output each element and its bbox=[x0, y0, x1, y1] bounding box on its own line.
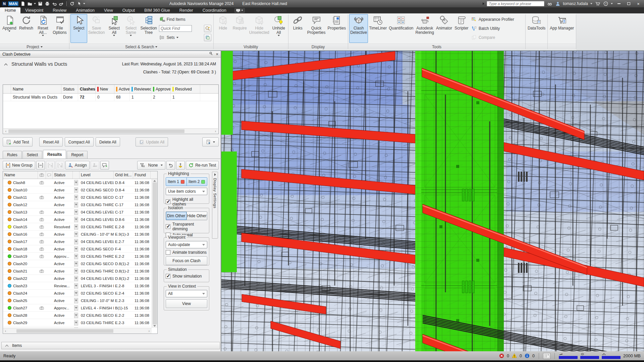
save-icon[interactable] bbox=[37, 1, 43, 6]
ribbon-group-label[interactable]: Select & Search bbox=[69, 44, 213, 50]
result-row-clash13[interactable]: Clash13Active04 CEILING LEVEL 0...C-1711… bbox=[3, 208, 151, 216]
new-file-icon[interactable] bbox=[20, 1, 25, 6]
show-simulation-row[interactable]: Show simulation bbox=[166, 274, 207, 279]
test-row[interactable]: Structural Walls vs DuctsDone72068121 bbox=[3, 94, 218, 101]
3d-viewport[interactable] bbox=[221, 51, 644, 351]
unhide-all-button[interactable]: Unhide All bbox=[270, 14, 287, 43]
result-row-clash17[interactable]: Clash17Active04 CEILING LEVEL 0...E.2-71… bbox=[3, 238, 151, 245]
report-export-button[interactable] bbox=[202, 137, 219, 146]
results-grid[interactable]: NameStatusLevelGrid Int...Found Clash8Ac… bbox=[3, 171, 158, 334]
highlight-all-checkbox[interactable] bbox=[166, 199, 170, 204]
datatools-button[interactable]: DataTools bbox=[527, 14, 546, 43]
unhide-all-caret-icon[interactable] bbox=[278, 35, 280, 36]
minimize-button[interactable] bbox=[615, 1, 623, 6]
refresh-icon[interactable] bbox=[69, 1, 75, 6]
ribbon-tab-view[interactable]: View bbox=[99, 7, 118, 13]
undo-icon[interactable] bbox=[51, 1, 57, 6]
sets-refresh-button[interactable] bbox=[204, 34, 211, 41]
help-icon[interactable]: ? bbox=[603, 1, 608, 6]
search-binoculars-icon[interactable] bbox=[547, 1, 552, 6]
help-menu-caret-icon[interactable] bbox=[611, 3, 613, 4]
select-caret-icon[interactable] bbox=[78, 31, 80, 32]
user-menu-caret-icon[interactable] bbox=[590, 3, 592, 4]
appearance-profiler-row[interactable]: Appearance Profiler bbox=[471, 15, 523, 23]
append-button[interactable]: Append bbox=[1, 14, 18, 43]
status-dropdown[interactable] bbox=[74, 291, 78, 296]
saved-viewpoint-icon[interactable] bbox=[38, 194, 46, 201]
result-row-clash22[interactable]: Clash22Active04 CEILING LEVEL 0...D.8(1)… bbox=[3, 275, 151, 282]
open-file-icon[interactable] bbox=[27, 1, 33, 6]
group-selected-clashes-icon[interactable] bbox=[36, 161, 45, 170]
status-dropdown[interactable] bbox=[74, 232, 78, 237]
transparent-dimming-row[interactable]: Transparent dimming bbox=[166, 222, 207, 231]
results-vscrollbar[interactable] bbox=[152, 179, 157, 328]
result-row-clash23[interactable]: Clash23Review...LEVEL 3 - FINISH FL...E.… bbox=[3, 282, 151, 290]
tests-col-reviewed[interactable]: Reviewed bbox=[130, 85, 151, 93]
status-dropdown[interactable] bbox=[74, 209, 78, 215]
panel-title-bar[interactable]: Clash Detective × bbox=[0, 51, 221, 58]
user-icon[interactable] bbox=[555, 1, 560, 6]
toolbar-customize-caret-icon[interactable] bbox=[83, 3, 85, 4]
viewcube-menu-icon[interactable] bbox=[234, 8, 245, 13]
animator-button[interactable]: Animator bbox=[435, 14, 453, 43]
status-dropdown[interactable] bbox=[74, 320, 78, 325]
status-dropdown[interactable] bbox=[74, 187, 78, 193]
comment-column-icon[interactable] bbox=[46, 171, 53, 179]
add-comment-icon[interactable] bbox=[100, 161, 109, 170]
message-list-icon[interactable] bbox=[543, 353, 550, 359]
status-dropdown[interactable] bbox=[74, 202, 78, 207]
camera-column-icon[interactable] bbox=[38, 171, 46, 179]
info-count-icon[interactable] bbox=[525, 353, 530, 358]
result-row-clash11[interactable]: Clash11Active02 CEILING SECON...C-1711:3… bbox=[3, 194, 151, 201]
result-row-clash25[interactable]: Clash25ActiveCEILING - 10'-0" M...E.2-31… bbox=[3, 297, 151, 304]
error-count-icon[interactable] bbox=[499, 353, 504, 358]
clash-detective-button[interactable]: Clash Detective bbox=[349, 14, 368, 43]
view-in-context-select[interactable]: All bbox=[166, 290, 207, 297]
print-icon[interactable] bbox=[44, 1, 50, 6]
redo-icon[interactable] bbox=[58, 1, 64, 6]
compact-all-button[interactable]: Compact All bbox=[65, 137, 94, 146]
result-row-clash28[interactable]: Clash28Active02 CEILING SECON...E.2-211:… bbox=[3, 312, 151, 319]
ribbon-tab-home[interactable]: Home bbox=[0, 7, 20, 13]
results-col-status[interactable]: Status bbox=[53, 171, 73, 179]
panel-pin-icon[interactable] bbox=[209, 52, 213, 57]
select-same-caret-icon[interactable] bbox=[130, 35, 132, 36]
quantification-button[interactable]: Quantification bbox=[388, 14, 414, 43]
show-simulation-checkbox[interactable] bbox=[166, 274, 170, 279]
result-row-clash20[interactable]: Clash20Active02 CEILING SECON...D.8(1)-2… bbox=[3, 260, 151, 267]
ribbon-tab-animation[interactable]: Animation bbox=[71, 7, 99, 13]
item-colors-select[interactable]: Use item colors bbox=[166, 188, 207, 195]
undo-icon[interactable] bbox=[166, 161, 175, 170]
result-row-clash12[interactable]: Clash12Active03 CEILING THIRD -...C-1711… bbox=[3, 201, 151, 208]
item1-button[interactable]: Item 1 bbox=[166, 178, 186, 186]
tests-col-active[interactable]: Active bbox=[114, 85, 130, 93]
results-col-found[interactable]: Found bbox=[133, 171, 151, 179]
add-test-button[interactable]: Add Test bbox=[3, 137, 33, 146]
animate-transitions-checkbox[interactable] bbox=[166, 250, 170, 255]
infocenter-toggle-icon[interactable] bbox=[483, 2, 484, 5]
panel-tab-select[interactable]: Select bbox=[22, 151, 42, 159]
scripter-button[interactable]: Scripter bbox=[453, 14, 470, 43]
reset-all-button[interactable]: Reset All bbox=[39, 137, 62, 146]
app-manager-button[interactable]: App Manager bbox=[549, 14, 575, 43]
result-row-clash14[interactable]: Clash14Active04 CEILING LEVEL 0...D.8-61… bbox=[3, 216, 151, 223]
results-col-grid-int-[interactable]: Grid Int... bbox=[114, 171, 133, 179]
ribbon-tab-bim-360-glue[interactable]: BIM 360 Glue bbox=[140, 7, 174, 13]
status-dropdown[interactable] bbox=[74, 217, 78, 222]
focus-on-clash-button[interactable]: Focus on Clash bbox=[166, 256, 207, 265]
result-row-clash8[interactable]: Clash8Active04 CEILING LEVEL 0...D.8-411… bbox=[3, 179, 151, 186]
refresh-button[interactable]: Refresh bbox=[18, 14, 35, 43]
viewpoint-select[interactable]: Auto-update bbox=[166, 241, 207, 248]
display-settings-tab[interactable]: Display Settings bbox=[212, 172, 218, 239]
saved-viewpoint-icon[interactable] bbox=[38, 179, 46, 186]
tests-col-approved[interactable]: Approved bbox=[151, 85, 171, 93]
search-input[interactable] bbox=[487, 1, 544, 6]
result-row-clash18[interactable]: Clash18Active02 CEILING SECON...F-411:36… bbox=[3, 245, 151, 253]
filter-dropdown[interactable]: None bbox=[137, 161, 165, 170]
result-row-clash29[interactable]: Clash29Active03 CEILING THIRD -...E.2-31… bbox=[3, 319, 151, 326]
tests-table[interactable]: NameStatusClashesNewActiveReviewedApprov… bbox=[3, 84, 219, 134]
assign-button[interactable]: Assign bbox=[65, 161, 90, 170]
rerun-test-button[interactable]: Re-run Test bbox=[186, 161, 219, 170]
status-dropdown[interactable] bbox=[74, 305, 78, 311]
ribbon-tab-output[interactable]: Output bbox=[118, 7, 140, 13]
